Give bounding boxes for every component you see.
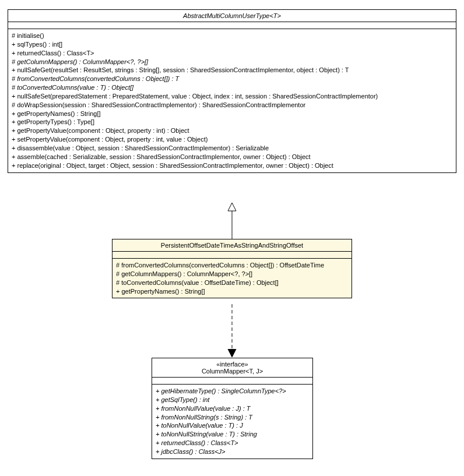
- member-row: + fromNonNullString(s : String) : T: [156, 413, 309, 422]
- member-row: + jdbcClass() : Class<J>: [156, 447, 309, 456]
- class-name: ColumnMapper<T, J>: [156, 368, 309, 375]
- member-row: # fromConvertedColumns(convertedColumns …: [116, 261, 348, 270]
- member-row: + fromNonNullValue(value : J) : T: [156, 404, 309, 413]
- member-row: + toNonNullValue(value : T) : J: [156, 421, 309, 430]
- member-row: + sqlTypes() : int[]: [12, 40, 452, 49]
- member-row: # fromConvertedColumns(convertedColumns …: [12, 75, 452, 83]
- member-row: + nullSafeGet(resultSet : ResultSet, str…: [12, 66, 452, 75]
- member-row: + returnedClass() : Class<T>: [156, 439, 309, 447]
- member-row: # getColumnMappers() : ColumnMapper<?, ?…: [116, 270, 348, 278]
- class-name: PersistentOffsetDateTimeAsStringAndStrin…: [116, 242, 348, 249]
- svg-marker-1: [228, 203, 236, 211]
- class-name: AbstractMultiColumnUserType<T>: [12, 12, 452, 19]
- member-row: # getColumnMappers() : ColumnMapper<?, ?…: [12, 58, 452, 66]
- class-column-mapper: «interface» ColumnMapper<T, J> + getHibe…: [152, 358, 313, 459]
- member-row: + getPropertyNames() : String[]: [12, 110, 452, 118]
- class-attributes-compartment: [152, 378, 312, 385]
- class-title-compartment: AbstractMultiColumnUserType<T>: [8, 10, 456, 22]
- member-row: + getPropertyTypes() : Type[]: [12, 118, 452, 126]
- class-attributes-compartment: [113, 252, 351, 259]
- member-row: + getPropertyNames() : String[]: [116, 287, 348, 296]
- stereotype-label: «interface»: [156, 361, 309, 368]
- class-persistent-offset-datetime: PersistentOffsetDateTimeAsStringAndStrin…: [112, 239, 352, 298]
- member-row: + getSqlType() : int: [156, 396, 309, 404]
- member-row: + toNonNullString(value : T) : String: [156, 430, 309, 439]
- member-row: + assemble(cached : Serializable, sessio…: [12, 153, 452, 161]
- member-row: + disassemble(value : Object, session : …: [12, 144, 452, 153]
- class-title-compartment: «interface» ColumnMapper<T, J>: [152, 358, 312, 378]
- member-row: # toConvertedColumns(value : OffsetDateT…: [116, 278, 348, 287]
- class-operations-compartment: # initialise()+ sqlTypes() : int[]+ retu…: [8, 29, 456, 172]
- class-operations-compartment: + getHibernateType() : SingleColumnType<…: [152, 385, 312, 459]
- member-row: # initialise(): [12, 31, 452, 40]
- member-row: + getPropertyValue(component : Object, p…: [12, 126, 452, 135]
- class-operations-compartment: # fromConvertedColumns(convertedColumns …: [113, 259, 351, 298]
- member-row: # toConvertedColumns(value : T) : Object…: [12, 83, 452, 92]
- member-row: # doWrapSession(session : SharedSessionC…: [12, 101, 452, 110]
- member-row: + setPropertyValue(component : Object, p…: [12, 135, 452, 144]
- class-title-compartment: PersistentOffsetDateTimeAsStringAndStrin…: [113, 239, 351, 252]
- member-row: + nullSafeSet(preparedStatement : Prepar…: [12, 92, 452, 101]
- class-abstract-multicolumn-usertype: AbstractMultiColumnUserType<T> # initial…: [8, 9, 456, 173]
- member-row: + replace(original : Object, target : Ob…: [12, 161, 452, 170]
- class-attributes-compartment: [8, 22, 456, 29]
- member-row: + returnedClass() : Class<T>: [12, 49, 452, 58]
- member-row: + getHibernateType() : SingleColumnType<…: [156, 387, 309, 396]
- svg-marker-3: [228, 349, 236, 357]
